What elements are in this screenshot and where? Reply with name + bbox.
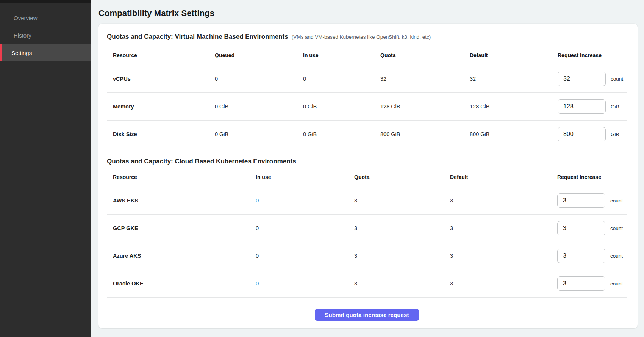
section-vm-environments: Quotas and Capacity: Virtual Machine Bas…	[107, 32, 627, 148]
column-header-quota: Quota	[374, 42, 464, 65]
request-increase-input[interactable]	[558, 127, 606, 141]
page-title: Compatibility Matrix Settings	[98, 8, 638, 18]
request-increase-cell: GiB	[558, 99, 627, 114]
cell-quota: 800 GiB	[374, 121, 464, 148]
sidebar-item-label: Settings	[11, 50, 32, 56]
request-increase-input[interactable]	[557, 249, 605, 263]
cell-in-use: 0	[250, 215, 348, 242]
column-header-quota: Quota	[348, 166, 444, 187]
column-header-default: Default	[464, 42, 552, 65]
request-increase-input[interactable]	[557, 221, 605, 235]
request-increase-cell: count	[558, 72, 627, 86]
table-header-row: Resource Queued In use Quota Default Req…	[107, 42, 627, 65]
cell-resource: Oracle OKE	[107, 270, 250, 298]
column-header-in-use: In use	[250, 166, 348, 187]
sidebar-nav: Overview History Settings	[0, 9, 91, 61]
cell-quota: 3	[348, 242, 444, 270]
cell-in-use: 0	[250, 270, 348, 298]
sidebar-item-label: Overview	[14, 15, 38, 21]
cell-resource: Memory	[107, 93, 209, 121]
column-header-resource: Resource	[107, 166, 250, 187]
table-row-vcpus: vCPUs 0 0 32 32 count	[107, 65, 627, 93]
sidebar-item-history[interactable]: History	[0, 27, 91, 44]
section-cloud-k8s-environments: Quotas and Capacity: Cloud Based Kuberne…	[107, 157, 627, 298]
table-row-aws-eks: AWS EKS 0 3 3 count	[107, 187, 627, 215]
cell-quota: 3	[348, 215, 444, 242]
table-row-oracle-oke: Oracle OKE 0 3 3 count	[107, 270, 627, 298]
column-header-in-use: In use	[297, 42, 374, 65]
cell-default: 32	[464, 65, 552, 93]
column-header-resource: Resource	[107, 42, 209, 65]
cell-queued: 0 GiB	[209, 93, 297, 121]
cell-quota: 3	[348, 270, 444, 298]
column-header-default: Default	[444, 166, 551, 187]
cell-resource: Disk Size	[107, 121, 209, 148]
request-increase-input[interactable]	[557, 276, 605, 291]
cell-in-use: 0 GiB	[297, 121, 374, 148]
unit-label: GiB	[611, 132, 619, 137]
submit-quota-increase-button[interactable]: Submit quota increase request	[315, 309, 419, 321]
table-header-row: Resource In use Quota Default Request In…	[107, 166, 627, 187]
section-vm-title-row: Quotas and Capacity: Virtual Machine Bas…	[107, 32, 627, 42]
request-increase-cell: count	[557, 193, 627, 208]
cell-resource: AWS EKS	[107, 187, 250, 215]
sidebar-item-settings[interactable]: Settings	[0, 44, 91, 61]
main-content: Compatibility Matrix Settings Quotas and…	[91, 0, 644, 337]
sidebar-item-label: History	[14, 32, 31, 39]
cell-in-use: 0 GiB	[297, 93, 374, 121]
column-header-request-increase: Request Increase	[551, 166, 627, 187]
request-increase-input[interactable]	[557, 193, 605, 208]
cell-default: 3	[444, 187, 551, 215]
cell-in-use: 0	[297, 65, 374, 93]
section-title: Quotas and Capacity: Cloud Based Kuberne…	[107, 157, 296, 166]
section-title: Quotas and Capacity: Virtual Machine Bas…	[107, 32, 288, 42]
vm-quota-table: Resource Queued In use Quota Default Req…	[107, 42, 627, 148]
cell-default: 800 GiB	[464, 121, 552, 148]
unit-label: count	[610, 198, 623, 204]
section-cloud-title-row: Quotas and Capacity: Cloud Based Kuberne…	[107, 157, 627, 166]
cell-default: 3	[444, 215, 551, 242]
cell-queued: 0	[209, 65, 297, 93]
unit-label: GiB	[611, 104, 619, 110]
request-increase-cell: count	[557, 276, 627, 291]
cloud-quota-table: Resource In use Quota Default Request In…	[107, 166, 627, 298]
request-increase-input[interactable]	[558, 99, 606, 114]
table-row-disk-size: Disk Size 0 GiB 0 GiB 800 GiB 800 GiB Gi…	[107, 121, 627, 148]
section-subtitle: (VMs and VM-based Kubernetes like OpenSh…	[292, 34, 431, 40]
cell-default: 3	[444, 242, 551, 270]
unit-label: count	[610, 253, 623, 259]
settings-card: Quotas and Capacity: Virtual Machine Bas…	[98, 24, 638, 328]
request-increase-cell: count	[557, 249, 627, 263]
cell-resource: vCPUs	[107, 65, 209, 93]
cell-default: 128 GiB	[464, 93, 552, 121]
cell-quota: 32	[374, 65, 464, 93]
sidebar: Overview History Settings	[0, 0, 91, 337]
cell-resource: GCP GKE	[107, 215, 250, 242]
request-increase-cell: count	[557, 221, 627, 235]
unit-label: count	[610, 281, 623, 287]
cell-resource: Azure AKS	[107, 242, 250, 270]
cell-default: 3	[444, 270, 551, 298]
cell-queued: 0 GiB	[209, 121, 297, 148]
cell-quota: 128 GiB	[374, 93, 464, 121]
request-increase-input[interactable]	[558, 72, 606, 86]
table-row-memory: Memory 0 GiB 0 GiB 128 GiB 128 GiB GiB	[107, 93, 627, 121]
unit-label: count	[611, 76, 623, 82]
table-row-gcp-gke: GCP GKE 0 3 3 count	[107, 215, 627, 242]
button-row: Submit quota increase request	[107, 309, 627, 321]
column-header-queued: Queued	[209, 42, 297, 65]
table-row-azure-aks: Azure AKS 0 3 3 count	[107, 242, 627, 270]
cell-in-use: 0	[250, 187, 348, 215]
sidebar-top-strip	[0, 0, 91, 3]
request-increase-cell: GiB	[558, 127, 627, 141]
unit-label: count	[610, 226, 623, 231]
column-header-request-increase: Request Increase	[552, 42, 627, 65]
cell-in-use: 0	[250, 242, 348, 270]
cell-quota: 3	[348, 187, 444, 215]
sidebar-item-overview[interactable]: Overview	[0, 9, 91, 27]
